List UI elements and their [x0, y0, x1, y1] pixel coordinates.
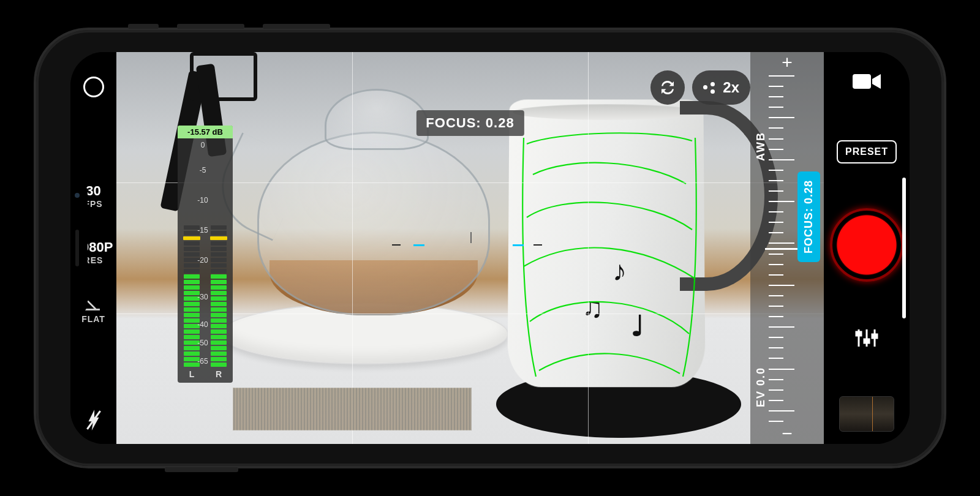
viewfinder[interactable]: ♪ ♫ ♩ FOC — [116, 52, 824, 444]
audio-left-label: L — [184, 369, 200, 379]
audio-meter[interactable]: -15.57 dB 0-5-10-15-20-30-40-50-65 L R — [178, 126, 233, 383]
flash-off-icon — [86, 410, 102, 430]
scene-teapot — [325, 89, 429, 150]
sliders-icon — [854, 327, 880, 349]
svg-rect-3 — [856, 332, 861, 336]
grid-line — [588, 52, 589, 444]
front-camera — [75, 193, 80, 198]
volume-down-button — [263, 24, 330, 29]
focus-slider[interactable]: + − AWB EV 0.0 FOCUS: 0.28 — [750, 52, 824, 444]
settings-button[interactable] — [854, 327, 880, 351]
gallery-thumbnail[interactable] — [839, 396, 894, 432]
level-indicator — [413, 244, 424, 246]
zoom-label: 2x — [723, 79, 739, 96]
plus-icon[interactable]: + — [782, 52, 793, 73]
scene-decor: ♪ — [612, 254, 627, 287]
screen: 30 FPS 1080P RES FLAT — [70, 52, 910, 444]
level-indicator — [470, 232, 472, 243]
notch — [70, 181, 88, 315]
scene-decor: ♩ — [631, 309, 644, 342]
grid-line — [352, 52, 353, 444]
lens-dots-icon — [703, 81, 717, 94]
focus-readout: FOCUS: 0.28 — [416, 110, 524, 136]
flip-camera-button[interactable] — [650, 70, 685, 105]
phone-frame: 30 FPS 1080P RES FLAT — [34, 28, 946, 468]
right-sidebar: PRESET — [824, 52, 910, 444]
minus-icon[interactable]: − — [782, 423, 793, 444]
level-indicator — [513, 244, 524, 246]
focus-pill[interactable]: FOCUS: 0.28 — [797, 171, 820, 262]
video-camera-icon — [851, 70, 882, 92]
scene-tripod — [190, 52, 257, 101]
scene-decor: ♫ — [582, 291, 603, 324]
volume-up-button — [177, 24, 244, 29]
level-indicator — [533, 244, 542, 246]
svg-rect-7 — [872, 334, 877, 338]
awb-label[interactable]: AWB — [755, 132, 767, 161]
svg-rect-1 — [853, 74, 871, 89]
mode-video-button[interactable] — [851, 70, 882, 95]
profile-label: FLAT — [81, 314, 105, 324]
waveform-monitor[interactable] — [233, 388, 472, 430]
earpiece — [75, 230, 79, 266]
svg-rect-5 — [864, 339, 869, 343]
zoom-button[interactable]: 2x — [692, 70, 750, 105]
mute-switch — [128, 24, 159, 29]
record-button[interactable] — [830, 208, 903, 282]
level-indicator — [392, 244, 401, 246]
focus-pill-label: FOCUS: 0.28 — [802, 180, 815, 254]
flash-off-button[interactable] — [86, 410, 102, 430]
home-indicator[interactable] — [902, 178, 906, 318]
side-button — [165, 467, 238, 472]
audio-peak-db: -15.57 dB — [178, 126, 233, 138]
flip-icon — [658, 78, 677, 97]
scene-mug — [507, 100, 705, 388]
audio-right-label: R — [211, 369, 227, 379]
audio-scale: 0-5-10-15-20-30-40-50-65 — [179, 141, 227, 370]
exposure-ring-icon[interactable] — [83, 77, 104, 97]
preset-button[interactable]: PRESET — [837, 140, 897, 163]
ev-label[interactable]: EV 0.0 — [755, 367, 767, 407]
